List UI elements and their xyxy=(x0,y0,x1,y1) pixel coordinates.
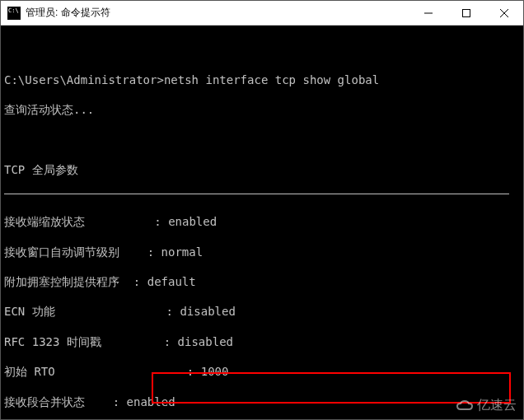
section-title: TCP 全局参数 xyxy=(4,162,520,177)
maximize-icon xyxy=(462,9,470,17)
param-label: ECN 功能 xyxy=(4,305,55,318)
close-icon xyxy=(500,9,508,17)
param-row: ECN 功能 : disabled xyxy=(4,304,520,319)
divider xyxy=(4,194,509,194)
param-label: 附加拥塞控制提供程序 xyxy=(4,275,119,288)
minimize-button[interactable] xyxy=(409,1,447,25)
param-row: 初始 RTO : 1000 xyxy=(4,364,520,379)
param-value: disabled xyxy=(178,335,233,348)
minimize-icon xyxy=(424,9,433,17)
param-value: normal xyxy=(161,245,204,259)
param-value: enabled xyxy=(168,215,217,228)
cloud-icon xyxy=(456,399,474,413)
close-button[interactable] xyxy=(485,1,523,25)
watermark: 亿速云 xyxy=(456,397,517,414)
maximize-button[interactable] xyxy=(447,1,485,25)
output-line xyxy=(4,42,520,57)
param-label: 接收窗口自动调节级别 xyxy=(4,245,119,259)
prompt: C:\Users\Administrator> xyxy=(4,73,164,86)
param-value: default xyxy=(147,275,196,288)
param-label: 初始 RTO xyxy=(4,365,55,378)
param-row: 接收窗口自动调节级别 : normal xyxy=(4,245,520,259)
command-text: netsh interface tcp show global xyxy=(164,73,379,86)
status-line: 查询活动状态... xyxy=(4,102,520,117)
param-row: 接收端缩放状态 : enabled xyxy=(4,214,520,229)
cmd-icon xyxy=(7,7,21,20)
blank-line xyxy=(4,132,520,147)
param-value: 1000 xyxy=(201,365,229,378)
param-label: RFC 1323 时间戳 xyxy=(4,335,101,348)
window-title: 管理员: 命令提示符 xyxy=(26,6,409,20)
terminal-area[interactable]: C:\Users\Administrator>netsh interface t… xyxy=(1,26,523,419)
param-row: RFC 1323 时间戳 : disabled xyxy=(4,334,520,349)
titlebar[interactable]: 管理员: 命令提示符 xyxy=(1,1,523,26)
param-label: 接收段合并状态 xyxy=(4,395,85,408)
command-line-1: C:\Users\Administrator>netsh interface t… xyxy=(4,72,520,87)
param-row: 接收段合并状态 : enabled xyxy=(4,394,520,409)
param-row: 附加拥塞控制提供程序 : default xyxy=(4,274,520,289)
param-label: 接收端缩放状态 xyxy=(4,215,85,228)
watermark-text: 亿速云 xyxy=(477,397,517,414)
svg-rect-1 xyxy=(463,9,470,16)
window-controls xyxy=(409,1,523,25)
cmd-window: 管理员: 命令提示符 C:\Users\Administrator>netsh … xyxy=(0,0,524,420)
param-value: disabled xyxy=(180,305,235,318)
param-value: enabled xyxy=(127,395,175,408)
